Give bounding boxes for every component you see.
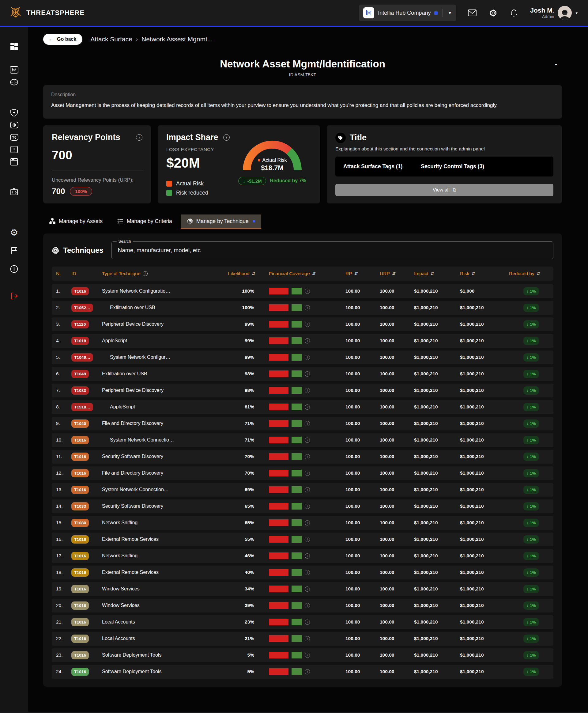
likelihood-value: 81% [223, 404, 269, 410]
table-row[interactable]: 23. T1016 Software Deployment Tools 5% i… [52, 648, 553, 662]
sidebar-info-icon[interactable] [7, 263, 21, 275]
coverage-info-icon[interactable]: i [305, 355, 310, 360]
breadcrumb-item-attack-surface[interactable]: Attack Surface [90, 36, 132, 43]
company-caret-down-icon[interactable]: ▼ [448, 11, 452, 15]
table-row[interactable]: 2. T1052… Exfiltration over USB 100% i 1… [52, 301, 553, 315]
sidebar-settings-gear-icon[interactable]: ⚙ [7, 226, 21, 238]
table-row[interactable]: 20. T1016 Window Services 29% i 100.00 1… [52, 599, 553, 612]
search-input[interactable] [112, 247, 553, 254]
col-urp[interactable]: URP⇵ [380, 271, 414, 277]
view-all-button[interactable]: View all ⧉ [335, 184, 553, 196]
coverage-info-icon[interactable]: i [305, 570, 310, 575]
col-likelihood[interactable]: Likelihood⇵ [223, 271, 269, 277]
sort-icon[interactable]: ⇵ [392, 271, 396, 277]
table-row[interactable]: 15. T1080 Network Sniffing 65% i 100.00 … [52, 516, 553, 530]
table-row[interactable]: 16. T1016 External Remote Services 55% i… [52, 532, 553, 546]
coverage-info-icon[interactable]: i [305, 603, 310, 608]
coverage-info-icon[interactable]: i [305, 322, 310, 327]
relevancy-info-icon[interactable]: i [136, 134, 142, 141]
mail-icon[interactable] [468, 8, 477, 18]
sort-icon[interactable]: ⇵ [471, 271, 475, 277]
col-financial-coverage[interactable]: Financial Coverage⇵ [269, 271, 345, 277]
table-row[interactable]: 21. T1016 Local Accounts 23% i 100.00 10… [52, 615, 553, 629]
row-number: 22. [52, 636, 71, 641]
sidebar-shield-plus-icon[interactable] [7, 107, 21, 119]
coverage-info-icon[interactable]: i [305, 487, 310, 492]
coverage-info-icon[interactable]: i [305, 636, 310, 641]
coverage-info-icon[interactable]: i [305, 421, 310, 426]
coverage-info-icon[interactable]: i [305, 371, 310, 376]
table-row[interactable]: 10. T1016 System Network Connectio… 71% … [52, 433, 553, 447]
coverage-info-icon[interactable]: i [305, 619, 310, 625]
coverage-info-icon[interactable]: i [305, 587, 310, 592]
collapse-chevron-up-icon[interactable]: ⌃ [553, 62, 559, 70]
sidebar-percent-icon[interactable] [7, 131, 21, 143]
coverage-info-icon[interactable]: i [305, 537, 310, 542]
table-row[interactable]: 13. T1016 System Network Connection… 69%… [52, 483, 553, 497]
table-row[interactable]: 22. T1016 Local Accounts 21% i 100.00 10… [52, 632, 553, 646]
col-reduced-by[interactable]: Reduced by⇵ [509, 271, 553, 277]
coverage-info-icon[interactable]: i [305, 553, 310, 558]
sidebar-mitre-icon[interactable] [7, 64, 21, 76]
coverage-info-icon[interactable]: i [305, 388, 310, 393]
table-row[interactable]: 4. T1018 AppleScript 99% i 100.00 100.00… [52, 334, 553, 348]
sidebar-alert-icon[interactable] [7, 143, 21, 156]
sort-icon[interactable]: ⇵ [312, 271, 316, 277]
coverage-info-icon[interactable]: i [305, 653, 310, 658]
coverage-info-icon[interactable]: i [305, 471, 310, 476]
table-row[interactable]: 1. T1016 System Network Configuratio… 10… [52, 284, 553, 298]
settings-gear-icon[interactable] [488, 8, 498, 18]
table-row[interactable]: 8. T1518… AppleScript 81% i 100.00 100.0… [52, 400, 553, 414]
sidebar-note-icon[interactable] [7, 156, 21, 168]
table-row[interactable]: 17. T1016 Network Sniffing 46% i 100.00 … [52, 549, 553, 563]
reduced-by-badge: ↓1% [523, 602, 539, 610]
coverage-info-icon[interactable]: i [305, 289, 310, 294]
table-row[interactable]: 3. T1120 Peripheral Device Discovery 99%… [52, 318, 553, 331]
avatar[interactable] [558, 6, 572, 20]
table-row[interactable]: 14. T1033 Security Software Discovery 65… [52, 500, 553, 513]
coverage-info-icon[interactable]: i [305, 504, 310, 509]
sort-icon[interactable]: ⇵ [430, 271, 435, 277]
tab-manage-by-criteria[interactable]: Manage by Criteria [111, 215, 178, 229]
sort-icon[interactable]: ⇵ [354, 271, 358, 277]
table-row[interactable]: 24. T1016 Software Deployment Tools 5% i… [52, 665, 553, 679]
sort-icon[interactable]: ⇵ [537, 271, 541, 277]
col-impact[interactable]: Impact⇵ [414, 271, 460, 277]
table-row[interactable]: 5. T1049… System Network Configur… 99% i… [52, 350, 553, 364]
sidebar-eye-icon[interactable] [7, 119, 21, 131]
coverage-info-icon[interactable]: i [305, 405, 310, 410]
col-risk[interactable]: Risk⇵ [460, 271, 509, 277]
coverage-info-icon[interactable]: i [305, 437, 310, 443]
go-back-button[interactable]: ← Go back [43, 34, 82, 45]
col-rp[interactable]: RP⇵ [345, 271, 380, 277]
coverage-info-icon[interactable]: i [305, 520, 310, 526]
sidebar-target-icon[interactable] [7, 76, 21, 88]
company-selector[interactable]: Intellia Hub Company ▼ [359, 5, 456, 21]
user-chevron-down-icon[interactable]: ▾ [575, 11, 578, 15]
table-row[interactable]: 11. T1016 Security Software Discovery 70… [52, 450, 553, 464]
table-row[interactable]: 18. T1016 External Remote Services 40% i… [52, 566, 553, 579]
tab-manage-by-technique[interactable]: Manage by Technique [181, 215, 261, 229]
type-info-icon[interactable]: i [143, 271, 148, 276]
sidebar-code-box-icon[interactable] [7, 186, 21, 198]
security-control-tags[interactable]: Security Control Tags (3) [421, 163, 484, 170]
sort-icon[interactable]: ⇵ [251, 271, 255, 277]
arrow-down-icon: ↓ [526, 322, 529, 327]
coverage-info-icon[interactable]: i [305, 669, 310, 674]
sidebar-flag-icon[interactable] [7, 245, 21, 257]
table-row[interactable]: 19. T1016 Window Services 34% i 100.00 1… [52, 582, 553, 596]
impact-info-icon[interactable]: i [223, 134, 230, 141]
table-row[interactable]: 7. T1083 Peripheral Device Discovery 98%… [52, 384, 553, 398]
user-menu[interactable]: Josh M. Admin ▾ [530, 6, 578, 20]
tab-manage-by-assets[interactable]: Manage by Assets [43, 215, 109, 229]
table-row[interactable]: 9. T1040 File and Directory Discovery 71… [52, 417, 553, 430]
table-row[interactable]: 12. T1016 File and Directory Discovery 7… [52, 466, 553, 480]
attack-surface-tags[interactable]: Attack Surface Tags (1) [343, 163, 402, 170]
sidebar-logout-icon[interactable] [7, 290, 21, 302]
notifications-bell-icon[interactable] [509, 8, 519, 18]
coverage-info-icon[interactable]: i [305, 338, 310, 344]
coverage-info-icon[interactable]: i [305, 454, 310, 459]
table-row[interactable]: 6. T1049 Exfiltration over USB 98% i 100… [52, 367, 553, 381]
sidebar-dashboard-icon[interactable] [7, 40, 21, 53]
coverage-info-icon[interactable]: i [305, 305, 310, 310]
